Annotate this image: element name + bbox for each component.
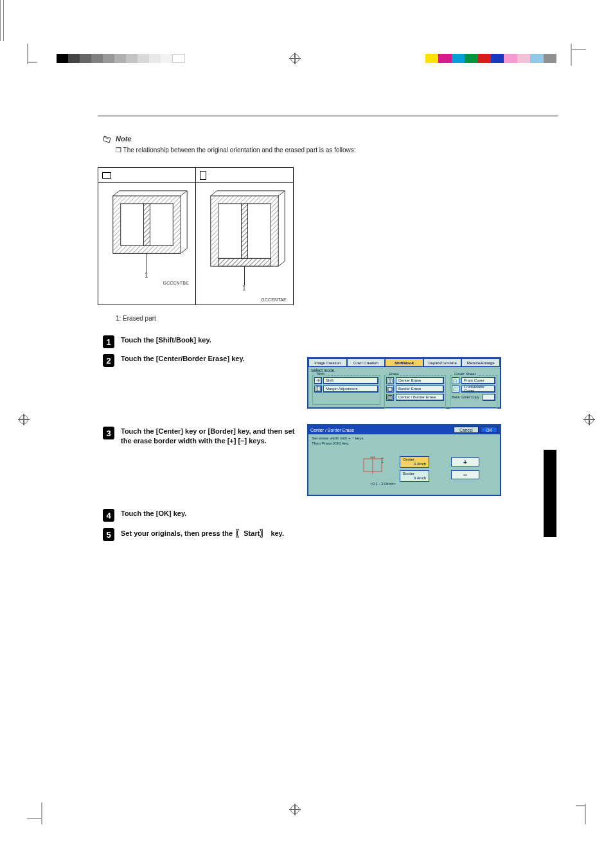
crop-mark-tr: [565, 44, 586, 64]
margin-icon-button[interactable]: [314, 385, 322, 393]
svg-line-19: [278, 261, 285, 266]
front-back-cover-button[interactable]: Front&Back Cover: [461, 385, 495, 393]
portrait-orientation-icon: [200, 171, 206, 180]
center-erase-icon: [386, 377, 394, 384]
erase-group-legend: Erase: [387, 372, 400, 376]
erased-part-label: 1: Erased part: [116, 315, 156, 322]
border-value: 0.4inch: [403, 476, 426, 481]
border-select-button[interactable]: Border 0.4inch: [400, 470, 429, 482]
crop-mark-br2: [0, 21, 4, 41]
orientation-erase-diagram: 1 GCCENTBE 1: [98, 167, 294, 305]
cover-sheet-legend: Cover Sheet: [453, 372, 477, 376]
step-number-icon: 3: [103, 427, 114, 439]
svg-rect-13: [218, 204, 242, 259]
range-label: <0.1 - 2.0inch>: [370, 482, 396, 486]
landscape-orientation-icon: [102, 172, 111, 179]
back-cover-toggle[interactable]: [483, 394, 495, 401]
svg-rect-16: [218, 258, 271, 266]
shift-group-legend: Shift: [315, 372, 326, 376]
border-erase-button[interactable]: Border Erase: [396, 385, 444, 393]
tab-color-creation[interactable]: Color Creation: [347, 359, 386, 367]
step-number-icon: 4: [103, 509, 114, 522]
plus-button[interactable]: +: [451, 457, 479, 466]
step-5: 5 Set your originals, then press the 〖St…: [103, 528, 308, 541]
shift-arrow-button[interactable]: [314, 377, 322, 384]
step-4-text: Touch the [OK] key.: [121, 509, 186, 518]
svg-line-6: [113, 191, 120, 196]
crop-mark-tl: [27, 44, 48, 64]
step-3: 3 Touch the [Center] key or [Border] key…: [103, 427, 296, 446]
grayscale-calibration-bar: [57, 54, 185, 63]
svg-rect-24: [317, 387, 317, 391]
cover-sheet-group: Cover Sheet Front Cover Front&Back Cover…: [450, 375, 497, 409]
step-4: 4 Touch the [OK] key.: [103, 509, 186, 522]
dialog-hint: Set erase width with + − keys. Then Pres…: [308, 434, 500, 447]
center-select-button[interactable]: Center 0.4inch: [400, 456, 429, 468]
registration-mark-right: [583, 414, 595, 425]
registration-mark-left: [18, 414, 30, 425]
erase-width-diagram-icon: [361, 456, 384, 474]
step-2: 2 Touch the [Center/Border Erase] key.: [103, 354, 296, 367]
crop-mark-bl: [27, 804, 48, 824]
erase-group: Erase Center Erase Border Erase Center /…: [384, 375, 446, 409]
tab-duplex-combine[interactable]: Duplex/Combine: [423, 359, 462, 367]
center-border-erase-button[interactable]: Center / Border Erase: [396, 394, 444, 401]
step-number-icon: 5: [103, 528, 114, 541]
svg-rect-27: [388, 387, 392, 391]
margin-adjustment-button[interactable]: Margin Adjustment: [323, 385, 378, 393]
svg-line-17: [211, 191, 217, 196]
svg-rect-23: [315, 387, 319, 391]
dialog-title-bar: Center / Border Erase Cancel OK: [308, 425, 500, 434]
diagram-right-caption: GCCENTAE: [261, 297, 287, 302]
step-5-text: Set your originals, then press the 〖Star…: [121, 528, 284, 540]
shift-book-tab-panel: Image Creation Color Creation Shift/Book…: [307, 357, 501, 409]
tab-image-creation[interactable]: Image Creation: [308, 359, 347, 367]
center-erase-button[interactable]: Center Erase: [396, 377, 444, 384]
step-2-text: Touch the [Center/Border Erase] key.: [121, 354, 245, 364]
step-number-icon: 2: [103, 354, 114, 367]
border-select-label: Border: [403, 472, 426, 476]
center-value: 0.4inch: [403, 462, 426, 466]
minus-button[interactable]: −: [451, 470, 479, 479]
step-3-text: Touch the [Center] key or [Border] key, …: [121, 427, 296, 446]
center-border-erase-dialog: Center / Border Erase Cancel OK Set eras…: [307, 424, 501, 496]
shift-group: Shift Shift Margin Adjustment: [312, 375, 380, 405]
tab-shift-book[interactable]: Shift/Book: [385, 359, 423, 367]
front-back-cover-icon: [452, 385, 459, 393]
crop-mark-tl2: [0, 0, 4, 21]
color-calibration-bar: [425, 54, 556, 63]
diagram-left-caption: GCCENTBE: [163, 281, 190, 285]
svg-line-18: [278, 191, 285, 196]
step-1-text: Touch the [Shift/Book] key.: [121, 335, 211, 345]
shift-button[interactable]: Shift: [323, 377, 378, 384]
registration-mark-bottom: [289, 804, 301, 815]
tab-bar: Image Creation Color Creation Shift/Book…: [308, 359, 500, 367]
back-cover-copy-label: Back Cover Copy: [452, 396, 481, 400]
page-top-rule: [98, 116, 558, 116]
svg-line-8: [181, 248, 187, 253]
border-erase-icon: [386, 385, 394, 393]
svg-rect-3: [121, 204, 144, 246]
diagram-left-number: 1: [145, 272, 148, 279]
ok-button[interactable]: OK: [481, 427, 498, 433]
note-text: ❒ The relationship between the original …: [116, 146, 355, 154]
svg-line-7: [181, 191, 187, 196]
note-label: Note: [116, 135, 131, 143]
cancel-button[interactable]: Cancel: [454, 427, 478, 433]
diagram-right-number: 1: [242, 285, 246, 292]
svg-rect-5: [144, 204, 150, 246]
registration-mark-top: [289, 53, 301, 64]
dialog-title: Center / Border Erase: [310, 428, 354, 432]
step-number-icon: 1: [103, 335, 114, 348]
front-cover-icon: [452, 377, 459, 384]
center-border-erase-icon: [386, 394, 394, 401]
tab-reduce-enlarge[interactable]: Reduce/Enlarge: [461, 359, 500, 367]
center-border-erase-landscape-figure: [98, 183, 195, 305]
svg-rect-15: [242, 204, 248, 259]
note-icon: [103, 135, 112, 144]
page-section-tab: [544, 450, 556, 537]
svg-rect-14: [247, 204, 271, 259]
front-cover-button[interactable]: Front Cover: [461, 377, 495, 384]
step-1: 1 Touch the [Shift/Book] key.: [103, 335, 211, 348]
center-select-label: Center: [403, 457, 426, 462]
